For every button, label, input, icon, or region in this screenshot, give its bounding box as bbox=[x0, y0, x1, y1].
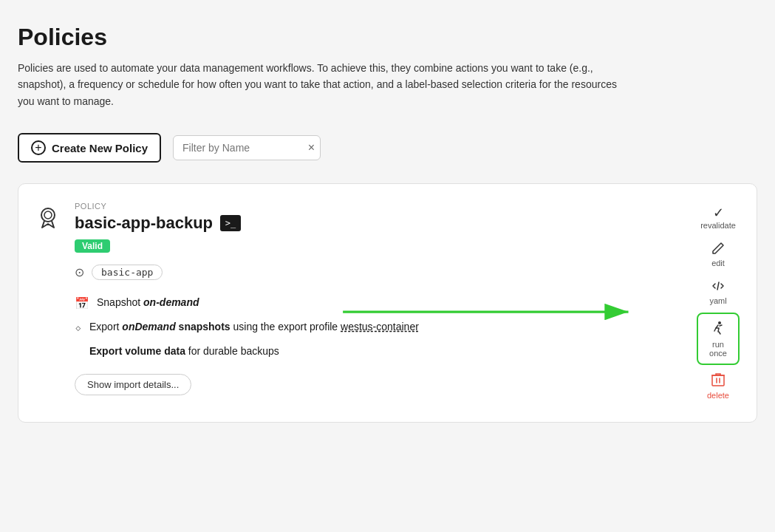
policy-icon bbox=[33, 202, 63, 404]
delete-button[interactable]: delete bbox=[697, 368, 740, 404]
export-volume-row: ⬦ Export volume data for durable backups bbox=[75, 344, 683, 359]
run-once-icon bbox=[710, 320, 726, 338]
export-icon: ⬦ bbox=[75, 321, 82, 334]
yaml-button[interactable]: yaml bbox=[697, 275, 740, 310]
svg-point-4 bbox=[718, 321, 721, 324]
snapshot-action-row: 📅 Snapshot on-demand bbox=[75, 295, 683, 310]
policy-tag-row: ⊙ basic-app bbox=[75, 265, 683, 280]
edit-button[interactable]: edit bbox=[697, 237, 740, 272]
page-title: Policies bbox=[18, 24, 757, 51]
export-frequency: onDemand bbox=[122, 321, 175, 332]
svg-rect-5 bbox=[712, 375, 724, 386]
filter-wrapper: × bbox=[173, 135, 321, 160]
policy-card-actions: ✓ revalidate edit yaml bbox=[694, 202, 742, 404]
page-description: Policies are used to automate your data … bbox=[18, 60, 624, 109]
tag-icon: ⊙ bbox=[75, 265, 84, 279]
export-action-text: Export onDemand snapshots using the expo… bbox=[89, 319, 419, 335]
run-once-label: run once bbox=[704, 340, 732, 358]
plus-icon: + bbox=[31, 140, 46, 155]
filter-clear-button[interactable]: × bbox=[308, 142, 315, 154]
yaml-icon bbox=[711, 279, 725, 295]
edit-label: edit bbox=[711, 259, 725, 267]
run-once-button[interactable]: run once bbox=[697, 313, 740, 365]
policy-name: basic-app-backup bbox=[75, 214, 213, 233]
snapshot-action-text: Snapshot on-demand bbox=[97, 295, 199, 310]
checkmark-icon: ✓ bbox=[713, 206, 724, 219]
policy-section-label: POLICY bbox=[75, 202, 683, 211]
filter-input[interactable] bbox=[173, 135, 321, 160]
edit-icon bbox=[711, 242, 725, 257]
policy-card: POLICY basic-app-backup >_ Valid ⊙ basic… bbox=[18, 183, 757, 423]
revalidate-button[interactable]: ✓ revalidate bbox=[697, 202, 740, 234]
export-profile: westus-container bbox=[341, 321, 419, 332]
export-volume-text: Export volume data for durable backups bbox=[89, 344, 279, 359]
show-import-button[interactable]: Show import details... bbox=[75, 374, 191, 395]
policy-actions-list: 📅 Snapshot on-demand ⬦ Export onDemand s… bbox=[75, 295, 683, 359]
terminal-icon: >_ bbox=[220, 215, 241, 231]
calendar-icon: 📅 bbox=[75, 296, 89, 310]
valid-badge: Valid bbox=[75, 239, 110, 253]
yaml-label: yaml bbox=[709, 296, 726, 305]
policy-card-body: POLICY basic-app-backup >_ Valid ⊙ basic… bbox=[75, 202, 683, 404]
delete-icon bbox=[711, 372, 725, 389]
policy-name-row: basic-app-backup >_ bbox=[75, 214, 683, 233]
policy-tag: basic-app bbox=[92, 265, 163, 280]
toolbar: + Create New Policy × bbox=[18, 133, 757, 163]
snapshot-frequency: on-demand bbox=[143, 296, 199, 308]
revalidate-label: revalidate bbox=[700, 221, 736, 230]
svg-point-2 bbox=[41, 208, 55, 222]
delete-label: delete bbox=[707, 391, 729, 400]
export-action-row: ⬦ Export onDemand snapshots using the ex… bbox=[75, 319, 683, 335]
create-policy-label: Create New Policy bbox=[52, 142, 148, 154]
create-policy-button[interactable]: + Create New Policy bbox=[18, 133, 161, 163]
svg-point-3 bbox=[44, 211, 52, 219]
